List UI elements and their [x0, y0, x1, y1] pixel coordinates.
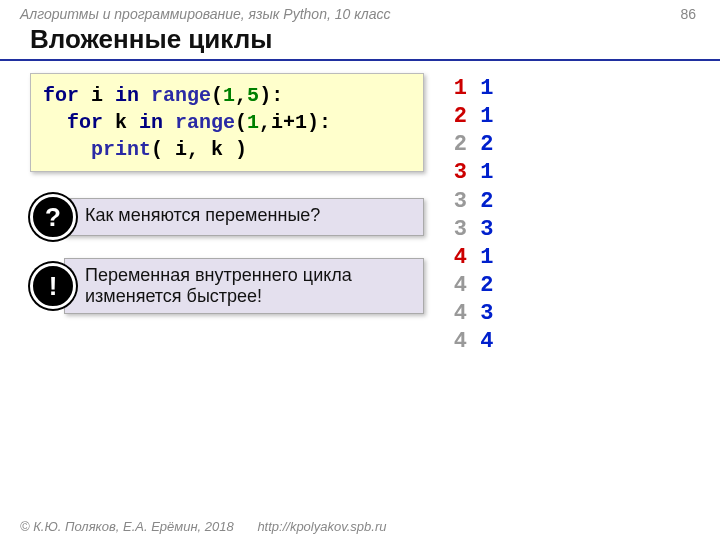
callout-question-text: Как меняются переменные? — [64, 198, 424, 236]
output-row: 2 1 — [454, 103, 700, 131]
fn-print: print — [91, 138, 151, 161]
copyright: © К.Ю. Поляков, Е.А. Ерёмин, 2018 — [20, 519, 234, 534]
output-i: 3 — [454, 160, 467, 185]
output-row: 2 2 — [454, 131, 700, 159]
output-k: 1 — [480, 160, 493, 185]
question-mark-icon: ? — [30, 194, 76, 240]
output-i: 4 — [454, 301, 467, 326]
output-k: 2 — [480, 132, 493, 157]
output-k: 2 — [480, 273, 493, 298]
fn-range: range — [163, 111, 235, 134]
output-row: 1 1 — [454, 75, 700, 103]
output-k: 4 — [480, 329, 493, 354]
output-k: 1 — [480, 104, 493, 129]
program-output: 1 12 12 23 13 23 34 14 24 34 4 — [454, 73, 700, 357]
output-row: 4 1 — [454, 244, 700, 272]
output-i: 3 — [454, 217, 467, 242]
output-row: 4 3 — [454, 300, 700, 328]
callout-question: ? Как меняются переменные? — [30, 194, 424, 240]
output-i: 4 — [454, 329, 467, 354]
fn-range: range — [139, 84, 211, 107]
output-i: 3 — [454, 189, 467, 214]
output-k: 3 — [480, 217, 493, 242]
keyword-in: in — [115, 84, 139, 107]
output-i: 2 — [454, 132, 467, 157]
breadcrumb: Алгоритмы и программирование, язык Pytho… — [0, 0, 720, 22]
output-i: 2 — [454, 104, 467, 129]
exclaim-mark-icon: ! — [30, 263, 76, 309]
output-k: 1 — [480, 245, 493, 270]
output-row: 4 4 — [454, 328, 700, 356]
page-title: Вложенные циклы — [0, 22, 720, 61]
output-i: 4 — [454, 273, 467, 298]
keyword-in: in — [139, 111, 163, 134]
keyword-for: for — [43, 84, 79, 107]
output-k: 2 — [480, 189, 493, 214]
output-i: 1 — [454, 76, 467, 101]
callout-exclaim-text: Переменная внутреннего цикла изменяется … — [64, 258, 424, 314]
output-row: 4 2 — [454, 272, 700, 300]
footer-url: http://kpolyakov.spb.ru — [257, 519, 386, 534]
output-k: 1 — [480, 76, 493, 101]
footer: © К.Ю. Поляков, Е.А. Ерёмин, 2018 http:/… — [20, 519, 386, 534]
keyword-for: for — [67, 111, 103, 134]
output-row: 3 1 — [454, 159, 700, 187]
output-row: 3 3 — [454, 216, 700, 244]
output-row: 3 2 — [454, 188, 700, 216]
page-number: 86 — [680, 6, 696, 22]
callout-exclaim: ! Переменная внутреннего цикла изменяетс… — [30, 258, 424, 314]
output-i: 4 — [454, 245, 467, 270]
code-block: for i in range(1,5): for k in range(1,i+… — [30, 73, 424, 172]
output-k: 3 — [480, 301, 493, 326]
